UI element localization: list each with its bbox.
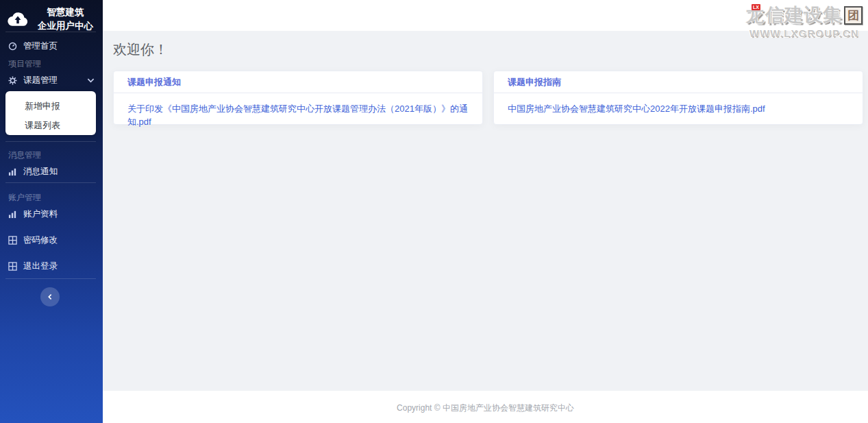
submenu-item-new-declaration[interactable]: 新增申报 [25,97,96,115]
submenu-item-topic-list[interactable]: 课题列表 [25,117,96,134]
sidebar-item-label: 课题管理 [23,75,58,86]
sidebar-item-message-notice[interactable]: 消息通知 [0,164,103,179]
sidebar-item-label: 密码修改 [23,234,58,246]
sidebar-collapse-button[interactable] [40,287,60,306]
sidebar-item-password-change[interactable]: 密码修改 [0,232,103,247]
sidebar: 智慧建筑 企业用户中心 管理首页 项目管理 [0,0,103,423]
sidebar-section-project: 项目管理 [8,58,41,70]
footer: Copyright © 中国房地产业协会智慧建筑研究中心 [103,391,868,423]
divider [5,182,96,183]
dashboard-icon [8,42,17,51]
sidebar-section-message: 消息管理 [8,149,41,161]
card-title: 课题申报通知 [114,71,482,93]
sidebar-item-account-profile[interactable]: 账户资料 [0,206,103,221]
app-window: 智慧建筑 企业用户中心 管理首页 项目管理 [0,0,868,423]
card-declaration-notice: 课题申报通知 关于印发《中国房地产业协会智慧建筑研究中心开放课题管理办法（202… [113,71,483,125]
copyright-text: Copyright © 中国房地产业协会智慧建筑研究中心 [397,402,574,414]
gear-icon [8,76,17,85]
sidebar-item-home[interactable]: 管理首页 [0,38,103,53]
sidebar-item-logout[interactable]: 退出登录 [0,258,103,274]
sidebar-item-label: 管理首页 [23,40,58,52]
pdf-link-guide[interactable]: 中国房地产业协会智慧建筑研究中心2022年开放课题申报指南.pdf [508,104,765,114]
sidebar-item-label: 消息通知 [23,166,58,178]
chevron-down-icon [87,77,95,84]
welcome-heading: 欢迎你！ [113,40,168,59]
card-declaration-guide: 课题申报指南 中国房地产业协会智慧建筑研究中心2022年开放课题申报指南.pdf [493,71,863,125]
bar-chart-icon [8,167,17,176]
cloud-upload-icon [7,11,29,27]
main-content: 欢迎你！ 课题申报通知 关于印发《中国房地产业协会智慧建筑研究中心开放课题管理办… [103,31,868,391]
grid-icon [8,236,17,245]
grid-icon [8,262,17,271]
divider [5,141,96,142]
card-title: 课题申报指南 [494,71,863,93]
chevron-left-icon [47,293,53,300]
pdf-link-notice[interactable]: 关于印发《中国房地产业协会智慧建筑研究中心开放课题管理办法（2021年版）》的通… [127,104,468,127]
sidebar-item-topic-management[interactable]: 课题管理 [0,73,103,88]
app-title: 智慧建筑 企业用户中心 [34,5,97,32]
topic-submenu: 新增申报 课题列表 [5,91,96,135]
divider [5,278,96,279]
sidebar-item-label: 退出登录 [23,261,58,272]
divider [5,32,96,32]
app-logo: 智慧建筑 企业用户中心 [7,5,97,32]
top-header [103,0,868,31]
sidebar-item-label: 账户资料 [23,208,58,220]
bar-chart-icon [8,210,17,219]
sidebar-section-account: 账户管理 [8,192,41,204]
